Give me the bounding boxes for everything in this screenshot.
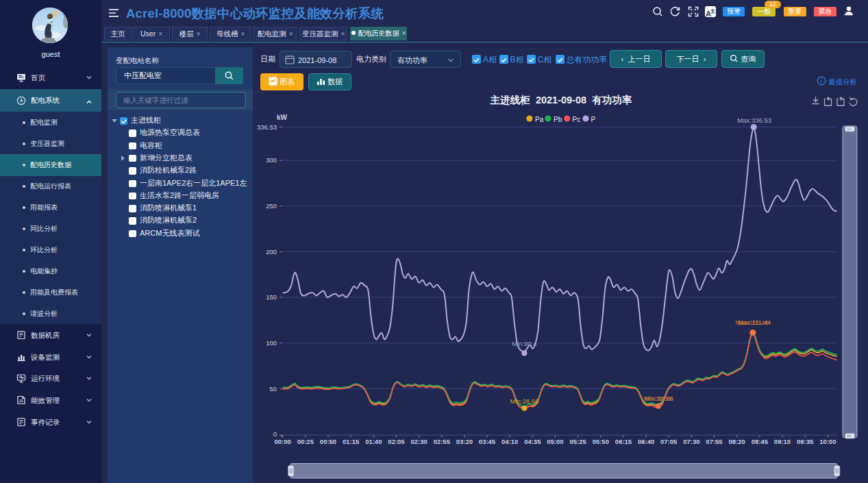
svg-text:Min:28.66: Min:28.66 <box>510 397 539 405</box>
svg-text:kW: kW <box>277 114 288 121</box>
svg-text:200: 200 <box>266 248 277 256</box>
svg-text:50: 50 <box>269 385 277 393</box>
svg-text:250: 250 <box>266 202 277 210</box>
svg-text:P: P <box>591 116 596 123</box>
svg-text:03:20: 03:20 <box>456 438 473 445</box>
svg-text:0: 0 <box>273 430 277 438</box>
svg-text:00:00: 00:00 <box>275 438 291 445</box>
svg-text:00:50: 00:50 <box>320 438 336 445</box>
svg-text:100: 100 <box>266 339 277 347</box>
svg-text:Max:111.44: Max:111.44 <box>735 319 768 326</box>
svg-text:03:45: 03:45 <box>479 438 496 445</box>
svg-text:05:50: 05:50 <box>593 438 609 445</box>
svg-text:10:00: 10:00 <box>819 438 836 445</box>
svg-text:01:40: 01:40 <box>365 438 382 445</box>
svg-text:07:30: 07:30 <box>683 438 699 445</box>
svg-text:Pc: Pc <box>573 116 581 123</box>
svg-text:150: 150 <box>266 293 277 301</box>
svg-text:01:15: 01:15 <box>343 438 360 445</box>
svg-text:09:35: 09:35 <box>797 438 814 445</box>
svg-text:300: 300 <box>266 156 277 164</box>
svg-text:02:05: 02:05 <box>388 438 405 445</box>
svg-text:06:40: 06:40 <box>638 438 654 445</box>
svg-text:主进线柜 2021-09-08 有功功率: 主进线柜 2021-09-08 有功功率 <box>490 95 632 106</box>
svg-text:Pa: Pa <box>535 116 544 123</box>
svg-text:05:25: 05:25 <box>569 438 586 445</box>
svg-text:07:55: 07:55 <box>706 438 723 445</box>
svg-text:09:10: 09:10 <box>774 438 791 445</box>
svg-text:Max:336.53: Max:336.53 <box>737 116 771 124</box>
svg-text:00:25: 00:25 <box>297 438 314 445</box>
svg-text:336.53: 336.53 <box>257 123 277 131</box>
svg-text:05:00: 05:00 <box>547 438 563 445</box>
svg-text:08:20: 08:20 <box>729 438 745 445</box>
svg-text:08:45: 08:45 <box>752 438 769 445</box>
svg-text:Min:30.98: Min:30.98 <box>643 395 672 402</box>
svg-text:04:35: 04:35 <box>524 438 541 445</box>
svg-text:Min:90.4: Min:90.4 <box>512 340 536 347</box>
svg-text:Pb: Pb <box>554 116 562 123</box>
svg-text:06:15: 06:15 <box>615 438 632 445</box>
svg-text:07:05: 07:05 <box>660 438 678 445</box>
svg-text:02:55: 02:55 <box>434 438 451 445</box>
svg-text:02:30: 02:30 <box>410 438 427 445</box>
svg-text:04:10: 04:10 <box>501 438 518 445</box>
